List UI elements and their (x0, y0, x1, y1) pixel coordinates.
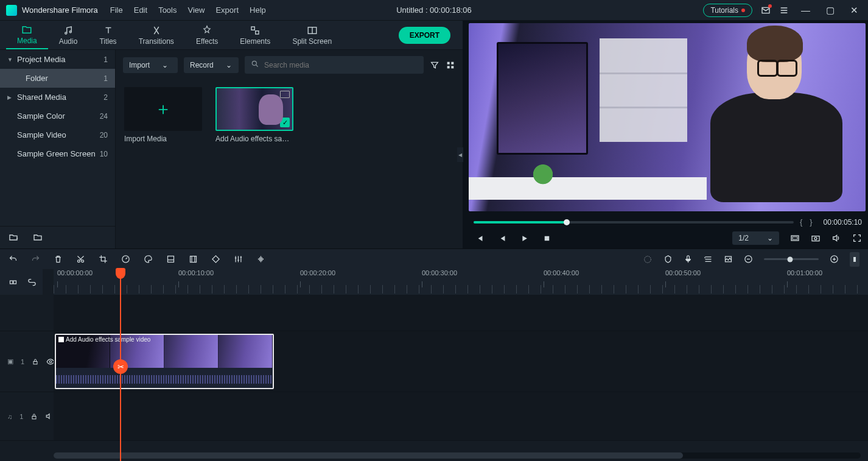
tab-splitscreen[interactable]: Split Screen (281, 21, 343, 49)
zoom-fit-button[interactable] (850, 252, 859, 267)
zoom-in-button[interactable] (830, 255, 839, 264)
keyframe-button[interactable] (211, 255, 220, 264)
cut-button[interactable] (76, 255, 85, 264)
menu-help[interactable]: Help (250, 5, 266, 15)
svg-rect-8 (447, 66, 450, 68)
ruler-mark: 00:00:00:00 (57, 269, 93, 276)
plus-icon: ＋ (155, 97, 172, 121)
svg-point-28 (49, 361, 52, 363)
mixer-button[interactable] (234, 255, 243, 264)
folder-icon[interactable] (33, 233, 43, 242)
tab-effects[interactable]: Effects (185, 21, 229, 49)
document-title: Untitled : 00:00:18:06 (396, 5, 472, 15)
sidebar-item-project-media[interactable]: ▼Project Media1 (0, 50, 115, 69)
grid-view-icon[interactable] (446, 60, 455, 70)
volume-icon[interactable] (831, 233, 841, 243)
stop-button[interactable] (542, 234, 551, 243)
mark-out-button[interactable]: } (808, 217, 813, 227)
tab-transitions[interactable]: Transitions (128, 21, 185, 49)
prev-frame-button[interactable] (475, 234, 484, 243)
menu-export[interactable]: Export (215, 5, 239, 15)
menu-tools[interactable]: Tools (158, 5, 177, 15)
undo-button[interactable] (9, 255, 18, 264)
menu-edit[interactable]: Edit (134, 5, 147, 15)
lock-icon[interactable] (32, 358, 39, 365)
delete-button[interactable] (54, 255, 63, 264)
media-content: Import⌄ Record⌄ ＋ Import Media ✓ (116, 50, 463, 248)
tab-audio[interactable]: Audio (48, 21, 89, 49)
mail-icon[interactable] (761, 5, 771, 15)
search-box[interactable] (245, 56, 424, 74)
record-dropdown[interactable]: Record⌄ (184, 57, 239, 73)
scissors-icon[interactable]: ✂ (113, 359, 128, 374)
color-button[interactable] (144, 255, 153, 264)
lock-icon[interactable] (30, 413, 38, 420)
render-button[interactable] (643, 255, 653, 264)
crop-button[interactable] (99, 255, 108, 264)
maximize-button[interactable]: ▢ (822, 4, 838, 17)
audio-button[interactable] (256, 255, 265, 264)
preview-progress[interactable] (474, 221, 794, 223)
tab-titles[interactable]: Titles (88, 21, 127, 49)
preview-viewport[interactable] (469, 23, 866, 211)
quality-icon[interactable] (790, 233, 800, 243)
video-track-head: ▣1 (0, 357, 54, 366)
filter-icon[interactable] (430, 60, 439, 70)
preview-scale-dropdown[interactable]: 1/2⌄ (732, 231, 779, 245)
timeline-ruler[interactable]: 00:00:00:00 00:00:10:00 00:00:20:00 00:0… (54, 269, 868, 295)
export-button[interactable]: EXPORT (399, 27, 450, 44)
speed-button[interactable] (121, 255, 130, 264)
chevron-down-icon: ⌄ (162, 61, 168, 69)
step-back-button[interactable] (497, 234, 506, 243)
new-folder-icon[interactable] (9, 233, 18, 242)
link-button[interactable] (27, 278, 37, 287)
green-screen-button[interactable] (166, 255, 175, 264)
list-icon[interactable] (779, 5, 789, 15)
picture-button[interactable] (724, 255, 733, 264)
tutorials-button[interactable]: Tutorials (703, 4, 752, 17)
sidebar-item-sample-color[interactable]: Sample Color24 (0, 107, 115, 125)
playhead[interactable]: ✂ (120, 269, 121, 461)
adjust-button[interactable] (189, 255, 198, 264)
svg-point-14 (814, 238, 817, 240)
tab-media[interactable]: Media (6, 21, 48, 49)
marker-button[interactable] (663, 255, 673, 264)
video-clip[interactable]: Add Audio effects sample video (55, 334, 274, 389)
sidebar-item-shared-media[interactable]: ▶Shared Media2 (0, 88, 115, 107)
search-icon (251, 60, 259, 70)
sidebar-item-sample-green[interactable]: Sample Green Screen10 (0, 144, 115, 163)
close-button[interactable]: ✕ (847, 4, 862, 17)
sidebar-item-folder[interactable]: Folder1 (0, 69, 115, 88)
track-manager-button[interactable] (704, 255, 713, 264)
chevron-down-icon: ⌄ (226, 61, 232, 69)
menu-file[interactable]: File (110, 5, 123, 15)
media-clip-tile[interactable]: ✓ Add Audio effects sa… (215, 87, 295, 143)
media-sidebar: ▼Project Media1 Folder1 ▶Shared Media2 S… (0, 50, 116, 248)
timeline-scrollbar[interactable] (54, 452, 861, 459)
audio-track[interactable] (54, 392, 868, 440)
sidebar-item-sample-video[interactable]: Sample Video20 (0, 125, 115, 144)
menu-view[interactable]: View (187, 5, 205, 15)
ruler-mark: 00:00:10:00 (178, 269, 214, 276)
redo-button[interactable] (31, 255, 40, 264)
import-media-tile[interactable]: ＋ Import Media (124, 87, 203, 143)
snapshot-icon[interactable] (811, 233, 821, 243)
zoom-out-button[interactable] (744, 255, 753, 264)
speaker-icon[interactable] (45, 412, 53, 420)
voiceover-button[interactable] (684, 255, 693, 264)
minimize-button[interactable]: — (797, 4, 814, 16)
check-icon: ✓ (280, 118, 290, 127)
play-button[interactable] (520, 234, 529, 243)
import-dropdown[interactable]: Import⌄ (123, 57, 178, 73)
snap-button[interactable] (9, 278, 18, 287)
collapse-handle[interactable]: ◀ (457, 147, 463, 162)
video-track[interactable]: Add Audio effects sample video (54, 331, 868, 392)
audio-track-icon: ♫ (7, 413, 12, 420)
zoom-slider[interactable] (764, 258, 819, 260)
search-input[interactable] (264, 61, 418, 69)
svg-rect-25 (10, 281, 13, 284)
fullscreen-icon[interactable] (852, 233, 862, 243)
track-spacer[interactable] (54, 295, 868, 331)
mark-in-button[interactable]: { (799, 217, 803, 227)
tab-elements[interactable]: Elements (229, 21, 281, 49)
